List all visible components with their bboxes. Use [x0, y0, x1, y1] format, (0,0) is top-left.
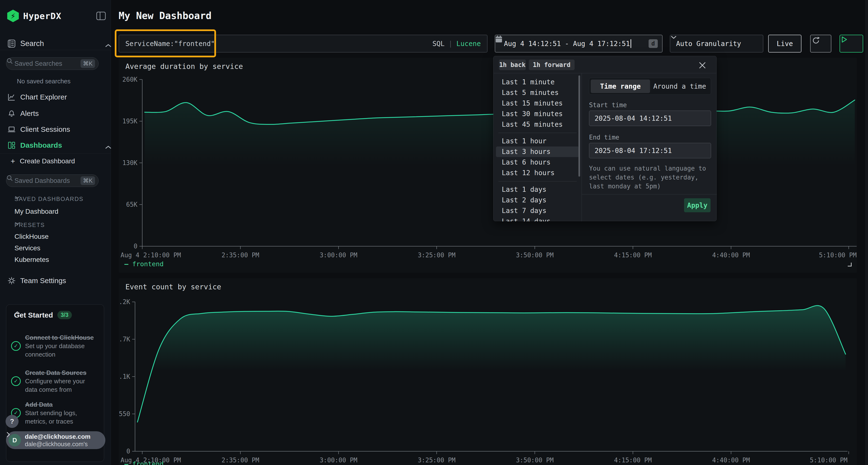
duration-badge: d: [649, 39, 658, 48]
y-axis-labels: 065K130K195K260K: [122, 76, 137, 250]
query-language-toggle: SQL | Lucene: [432, 40, 481, 48]
sql-toggle[interactable]: SQL: [432, 40, 444, 48]
saved-searches-input[interactable]: Saved Searches ⌘K: [6, 57, 99, 70]
time-preset-last-12-hours[interactable]: Last 12 hours: [496, 168, 579, 178]
section-presets[interactable]: PRESETS: [14, 222, 45, 228]
start-time-input[interactable]: 2025-08-04 14:12:51: [589, 110, 711, 126]
journal-search-icon: [7, 39, 16, 48]
get-started-step[interactable]: ✓Create Data SourcesConfigure where your…: [11, 368, 98, 394]
user-menu[interactable]: D dale@clickhouse.com dale@clickhouse.co…: [6, 431, 105, 449]
time-preset-last-1-hour[interactable]: Last 1 hour: [496, 136, 579, 146]
time-preset-last-2-days[interactable]: Last 2 days: [496, 195, 579, 205]
run-query-button[interactable]: [840, 35, 863, 53]
tab-time-range[interactable]: Time range: [591, 79, 650, 93]
relative-time-list: Last 1 minuteLast 5 minutesLast 15 minut…: [494, 73, 582, 222]
svg-text:3:00:00 PM: 3:00:00 PM: [320, 457, 358, 464]
dashboards-icon: [7, 141, 16, 150]
chevron-down-icon: [14, 222, 20, 225]
time-preset-last-45-minutes[interactable]: Last 45 minutes: [496, 119, 579, 130]
time-preset-last-6-hours[interactable]: Last 6 hours: [496, 157, 579, 168]
resize-handle-icon[interactable]: [848, 263, 851, 266]
time-preset-last-5-minutes[interactable]: Last 5 minutes: [496, 88, 579, 98]
plus-icon: +: [10, 157, 15, 166]
create-dashboard-button[interactable]: + Create Dashboard: [0, 156, 111, 166]
live-button[interactable]: Live: [768, 35, 802, 53]
page-title: My New Dashboard: [119, 10, 212, 21]
bell-icon: [7, 109, 16, 118]
granularity-select[interactable]: Auto Granularity: [670, 35, 763, 53]
tab-around-a-time[interactable]: Around a time: [650, 79, 709, 93]
shift-back-button[interactable]: 1h back: [499, 60, 526, 70]
sidebar-preset-clickhouse[interactable]: ClickHouse: [14, 233, 49, 240]
time-picker-detail: Time range Around a time Start time 2025…: [582, 73, 717, 222]
lucene-toggle[interactable]: Lucene: [457, 40, 481, 48]
get-started-header[interactable]: Get Started 3/3: [14, 311, 97, 319]
time-preset-last-3-hours[interactable]: Last 3 hours: [496, 146, 579, 157]
svg-text:2:35:00 PM: 2:35:00 PM: [222, 457, 259, 464]
sidebar-item-team-settings[interactable]: Team Settings: [0, 275, 111, 286]
list-scrollbar[interactable]: [579, 75, 580, 176]
step-desc: Set up your database connection: [25, 342, 97, 359]
saved-dashboards-input[interactable]: Saved Dashboards ⌘K: [6, 174, 99, 187]
logo-row: ⚡ HyperDX: [7, 9, 104, 23]
line-chart[interactable]: 05501.1K1.7K2.2KAug 4 2:10:00 PM2:35:00 …: [119, 278, 857, 465]
live-label: Live: [777, 40, 793, 48]
sidebar: ⚡ HyperDX Search Saved Searches ⌘K No sa…: [0, 0, 111, 465]
sidebar-item-alerts[interactable]: Alerts: [0, 108, 111, 119]
time-preset-last-14-days[interactable]: Last 14 days: [496, 216, 579, 222]
svg-text:5:10:00 PM: 5:10:00 PM: [810, 457, 847, 464]
shortcut-badge: ⌘K: [81, 176, 95, 185]
end-time-input[interactable]: 2025-08-04 17:12:51: [589, 143, 711, 158]
time-preset-last-15-minutes[interactable]: Last 15 minutes: [496, 98, 579, 109]
gear-icon: [7, 276, 16, 285]
end-time-label: End time: [589, 134, 619, 141]
svg-text:195K: 195K: [122, 118, 137, 125]
search-query-input[interactable]: ServiceName:"frontend" SQL | Lucene: [119, 35, 488, 53]
section-saved-dashboards[interactable]: SAVED DASHBOARDS: [14, 196, 84, 202]
svg-text:65K: 65K: [126, 201, 137, 208]
time-preset-last-1-minute[interactable]: Last 1 minute: [496, 77, 579, 88]
time-picker-tabs: Time range Around a time: [589, 78, 711, 95]
check-circle-icon: ✓: [11, 341, 21, 351]
sidebar-item-dashboards[interactable]: Dashboards: [0, 140, 111, 151]
page-scrollbar[interactable]: [865, 0, 868, 465]
user-info: dale@clickhouse.com dale@clickhouse.com'…: [25, 433, 100, 447]
apply-button[interactable]: Apply: [684, 198, 711, 212]
svg-text:0: 0: [126, 447, 130, 455]
get-started-step[interactable]: ✓Add DataStart sending logs, metrics, or…: [11, 400, 98, 426]
sidebar-item-label: Chart Explorer: [20, 93, 67, 101]
sidebar-preset-services[interactable]: Services: [14, 244, 40, 252]
time-range-input[interactable]: Aug 4 14:12:51 - Aug 4 17:12:51 d: [495, 35, 662, 53]
chart-legend[interactable]: — frontend: [124, 260, 164, 268]
sidebar-dashboard-my-dashboard[interactable]: My Dashboard: [14, 208, 58, 215]
sidebar-preset-kubernetes[interactable]: Kubernetes: [14, 256, 49, 264]
play-icon: [840, 35, 848, 44]
sidebar-collapse-icon[interactable]: [96, 11, 106, 21]
helper-text: You can use natural language to select d…: [589, 164, 712, 191]
sidebar-item-search[interactable]: Search: [0, 38, 111, 49]
shift-forward-button[interactable]: 1h forward: [529, 60, 575, 70]
saved-searches-placeholder: Saved Searches: [14, 60, 81, 67]
svg-text:2.2K: 2.2K: [119, 298, 130, 305]
sidebar-item-client-sessions[interactable]: Client Sessions: [0, 124, 111, 135]
time-preset-last-7-days[interactable]: Last 7 days: [496, 205, 579, 216]
sidebar-item-chart-explorer[interactable]: Chart Explorer: [0, 92, 111, 103]
close-icon[interactable]: [698, 61, 707, 70]
sidebar-item-label: Team Settings: [20, 276, 66, 285]
search-query-value: ServiceName:"frontend": [125, 40, 215, 48]
svg-text:3:00:00 PM: 3:00:00 PM: [320, 252, 358, 259]
time-preset-last-1-days[interactable]: Last 1 days: [496, 184, 579, 195]
app-title: HyperDX: [23, 11, 61, 21]
get-started-step[interactable]: ✓Connect to ClickHouseSet up your databa…: [11, 333, 98, 359]
chart-legend[interactable]: — frontend: [124, 460, 164, 465]
svg-text:4:15:00 PM: 4:15:00 PM: [614, 252, 652, 259]
divider: [0, 50, 111, 50]
legend-series-label: frontend: [132, 460, 164, 465]
section-label: SAVED DASHBOARDS: [14, 196, 84, 202]
refresh-button[interactable]: [810, 35, 831, 53]
divider: [498, 181, 577, 181]
time-preset-last-30-minutes[interactable]: Last 30 minutes: [496, 109, 579, 119]
help-button[interactable]: ?: [5, 415, 19, 428]
text-cursor: [630, 39, 631, 48]
line-chart[interactable]: 065K130K195K260KAug 4 2:10:00 PM2:35:00 …: [119, 58, 857, 273]
